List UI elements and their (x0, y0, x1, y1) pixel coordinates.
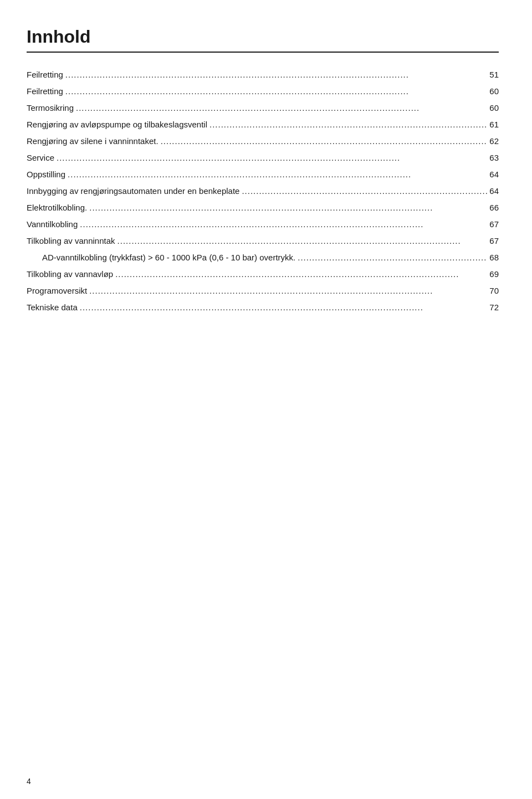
toc-label: Service (27, 151, 54, 165)
toc-dots: ........................................… (57, 151, 487, 165)
page-title: Innhold (27, 27, 499, 47)
title-divider (27, 52, 499, 53)
toc-item: Rengjøring av silene i vanninntaket.....… (27, 135, 499, 148)
toc-label: Elektrotilkobling. (27, 201, 87, 214)
toc-item: Service.................................… (27, 151, 499, 165)
toc-item: AD-vanntilkobling (trykkfast) > 60 - 100… (27, 251, 499, 264)
toc-label: AD-vanntilkobling (trykkfast) > 60 - 100… (42, 251, 295, 264)
toc-item: Tilkobling av vannavløp.................… (27, 268, 499, 281)
toc-dots: ........................................… (65, 68, 487, 81)
toc-item: Termosikring............................… (27, 101, 499, 115)
toc-page: 60 (489, 101, 499, 115)
toc-page: 60 (489, 85, 499, 98)
toc-label: Innbygging av rengjøringsautomaten under… (27, 185, 239, 198)
toc-page: 51 (489, 68, 499, 81)
toc-dots: ........................................… (68, 168, 487, 181)
toc-dots: ........................................… (209, 118, 487, 131)
toc-label: Tilkobling av vanninntak (27, 234, 115, 248)
toc-dots: ........................................… (117, 234, 488, 248)
toc-label: Tilkobling av vannavløp (27, 268, 113, 281)
toc-item: Vanntilkobling..........................… (27, 218, 499, 231)
toc-label: Vanntilkobling (27, 218, 78, 231)
toc-item: Programoversikt.........................… (27, 284, 499, 298)
toc-label: Programoversikt (27, 284, 87, 298)
toc-dots: ........................................… (242, 185, 487, 198)
toc-item: Tekniske data...........................… (27, 301, 499, 314)
toc-label: Termosikring (27, 101, 74, 115)
toc-page: 69 (489, 268, 499, 281)
toc-dots: ........................................… (89, 201, 487, 214)
toc-page: 62 (489, 135, 499, 148)
toc-item: Tilkobling av vanninntak................… (27, 234, 499, 248)
toc-dots: ........................................… (298, 251, 487, 264)
toc-label: Tekniske data (27, 301, 78, 314)
toc-item: Feilretting.............................… (27, 68, 499, 81)
toc-page: 68 (489, 251, 499, 264)
toc-page: 63 (489, 151, 499, 165)
toc-dots: ........................................… (115, 268, 487, 281)
toc-dots: ........................................… (80, 218, 487, 231)
toc-dots: ........................................… (65, 85, 487, 98)
toc-item: Innbygging av rengjøringsautomaten under… (27, 185, 499, 198)
toc-page: 61 (489, 118, 499, 131)
toc-label: Rengjøring av avløpspumpe og tilbakeslag… (27, 118, 207, 131)
toc-page: 72 (489, 301, 499, 314)
toc-page: 64 (489, 185, 499, 198)
toc-dots: ........................................… (76, 101, 487, 115)
toc-label: Oppstilling (27, 168, 65, 181)
toc-label: Rengjøring av silene i vanninntaket. (27, 135, 158, 148)
toc-page: 67 (489, 218, 499, 231)
toc-item: Rengjøring av avløpspumpe og tilbakeslag… (27, 118, 499, 131)
toc-item: Elektrotilkobling.......................… (27, 201, 499, 214)
toc-label: Feilretting (27, 85, 63, 98)
toc-page: 67 (489, 234, 499, 248)
toc-label: Feilretting (27, 68, 63, 81)
toc-page: 70 (489, 284, 499, 298)
toc-item: Feilretting.............................… (27, 85, 499, 98)
toc-list: Feilretting.............................… (27, 68, 499, 314)
toc-item: Oppstilling.............................… (27, 168, 499, 181)
toc-dots: ........................................… (161, 135, 488, 148)
page-number: 4 (27, 777, 31, 786)
toc-dots: ........................................… (89, 284, 487, 298)
toc-page: 64 (489, 168, 499, 181)
toc-page: 66 (489, 201, 499, 214)
toc-dots: ........................................… (80, 301, 488, 314)
